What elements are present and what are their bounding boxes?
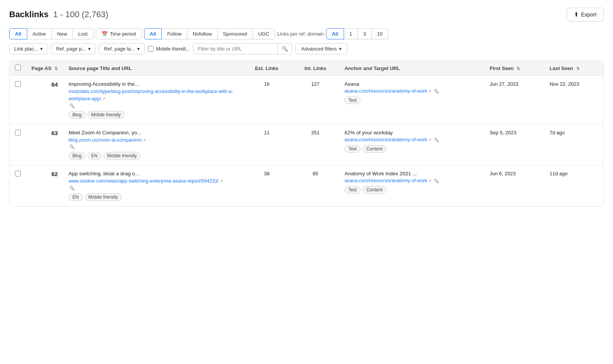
- anchor-text: Asana: [344, 81, 479, 87]
- th-first-seen: First Seen ⇅: [484, 61, 544, 76]
- th-ext-links: Ext. Links: [242, 61, 292, 76]
- anchor-search-icon[interactable]: 🔍: [434, 89, 439, 94]
- row-checkbox-1[interactable]: [15, 130, 21, 135]
- row-checkbox-0[interactable]: [15, 81, 21, 87]
- link-tab-nofollow[interactable]: Nofollow: [187, 28, 218, 39]
- search-icon: 🔍: [282, 46, 288, 52]
- export-label: Export: [581, 11, 597, 18]
- link-tab-follow[interactable]: Follow: [162, 28, 187, 39]
- search-button[interactable]: 🔍: [277, 44, 292, 54]
- ref-page-la-dropdown[interactable]: Ref. page la... ▾: [99, 43, 145, 54]
- source-tags: BlogMobile friendly: [69, 111, 236, 119]
- source-tag: Blog: [69, 152, 85, 160]
- anchor-tag: Text: [344, 186, 361, 194]
- time-period-button[interactable]: 📅 Time period: [96, 28, 142, 39]
- backlinks-table: Page AS ⇅ Source page Title and URL Ext.…: [9, 60, 604, 207]
- cell-page-as: 62: [26, 165, 63, 206]
- source-tags: BlogENMobile friendly: [69, 152, 236, 160]
- type-tab-group: All Active New Lost: [9, 28, 93, 39]
- anchor-text: 62% of your workday: [344, 130, 479, 135]
- external-link-icon[interactable]: ↗: [143, 137, 146, 144]
- source-url-link[interactable]: blog.zoom.us/zoom-ai-companion/↗: [69, 137, 236, 144]
- tab-all[interactable]: All: [9, 28, 27, 39]
- sort-icon-first-seen[interactable]: ⇅: [516, 66, 520, 71]
- mobile-friendly-checkbox[interactable]: [148, 46, 154, 52]
- cell-anchor: Anatomy of Work Index 2021 ... asana.com…: [339, 165, 484, 206]
- link-type-tab-group: All Follow Nofollow Sponsored UGC: [144, 28, 275, 39]
- source-url-link[interactable]: modolabs.com/type/blog-post/improving-ac…: [69, 88, 236, 103]
- tab-new[interactable]: New: [52, 28, 73, 39]
- link-placement-dropdown[interactable]: Link plac... ▾: [9, 43, 48, 54]
- ref-page-p-label: Ref. page p...: [56, 46, 86, 52]
- page-title: Backlinks: [9, 10, 49, 19]
- source-tag: Mobile friendly: [87, 111, 125, 119]
- anchor-tags: TextContent: [344, 186, 479, 194]
- anchor-url-link[interactable]: asana.com/resources/anatomy-of-work↗: [344, 178, 431, 183]
- select-all-checkbox[interactable]: [15, 65, 21, 70]
- link-tab-all[interactable]: All: [144, 28, 162, 39]
- sort-icon-last-seen[interactable]: ⇅: [576, 66, 580, 71]
- ref-page-p-dropdown[interactable]: Ref. page p... ▾: [51, 43, 96, 54]
- time-period-label: Time period: [110, 31, 136, 37]
- cell-page-as: 64: [26, 76, 63, 124]
- source-url-link[interactable]: www.ciodive.com/news/app-switching-enter…: [69, 178, 236, 185]
- source-search-icon[interactable]: 🔍: [69, 144, 75, 149]
- anchor-search-icon[interactable]: 🔍: [434, 178, 439, 183]
- link-tab-ugc[interactable]: UGC: [253, 28, 275, 39]
- anchor-text: Anatomy of Work Index 2021 ...: [344, 171, 479, 176]
- calendar-icon: 📅: [102, 31, 108, 37]
- cell-anchor: Asana asana.com/resources/anatomy-of-wor…: [339, 76, 484, 124]
- chevron-down-icon-4: ▾: [339, 46, 342, 52]
- links-per-3[interactable]: 3: [358, 28, 372, 39]
- anchor-external-icon[interactable]: ↗: [428, 137, 431, 142]
- cell-last-seen: Nov 22, 2023: [544, 76, 603, 124]
- cell-source: Meet Zoom AI Companion, yo... blog.zoom.…: [63, 124, 242, 165]
- links-per-all[interactable]: All: [326, 28, 344, 39]
- source-tag: Mobile friendly: [85, 193, 122, 201]
- anchor-search-icon[interactable]: 🔍: [434, 137, 439, 142]
- cell-int-links: 85: [292, 165, 339, 206]
- cell-page-as: 63: [26, 124, 63, 165]
- anchor-external-icon[interactable]: ↗: [428, 89, 431, 94]
- source-tag: EN: [87, 152, 102, 160]
- source-tags: ENMobile friendly: [69, 193, 236, 201]
- table-row: 63 Meet Zoom AI Companion, yo... blog.zo…: [10, 124, 603, 165]
- source-title: App switching, bloat a drag o...: [69, 171, 236, 176]
- anchor-url-link[interactable]: asana.com/resources/anatomy-of-work↗: [344, 88, 431, 94]
- anchor-tags: TextContent: [344, 145, 479, 153]
- th-source: Source page Title and URL: [63, 61, 242, 76]
- links-per-10[interactable]: 10: [372, 28, 388, 39]
- external-link-icon[interactable]: ↗: [220, 178, 223, 184]
- sort-icon-page-as[interactable]: ⇅: [54, 66, 58, 71]
- ref-page-la-label: Ref. page la...: [104, 46, 135, 52]
- anchor-url-link[interactable]: asana.com/resources/anatomy-of-work↗: [344, 137, 431, 142]
- source-search-icon[interactable]: 🔍: [69, 103, 75, 108]
- cell-ext-links: 38: [242, 165, 292, 206]
- advanced-filters-button[interactable]: Advanced filters ▾: [295, 43, 347, 54]
- row-checkbox-2[interactable]: [15, 171, 21, 176]
- source-search-icon[interactable]: 🔍: [69, 186, 75, 191]
- th-page-as: Page AS ⇅: [26, 61, 63, 76]
- search-box: 🔍: [193, 43, 292, 54]
- links-per-1[interactable]: 1: [344, 28, 358, 39]
- export-button[interactable]: ⬆ Export: [567, 8, 604, 21]
- tab-active[interactable]: Active: [27, 28, 52, 39]
- export-icon: ⬆: [574, 11, 579, 18]
- cell-last-seen: 7d ago: [544, 124, 603, 165]
- cell-first-seen: Jun 6, 2023: [484, 165, 544, 206]
- source-tag: Mobile friendly: [103, 152, 141, 160]
- filter-row-1: All Active New Lost 📅 Time period All Fo…: [9, 28, 604, 39]
- external-link-icon[interactable]: ↗: [102, 96, 105, 102]
- header-title-group: Backlinks 1 - 100 (2,763): [9, 10, 108, 20]
- cell-ext-links: 16: [242, 76, 292, 124]
- link-tab-sponsored[interactable]: Sponsored: [218, 28, 253, 39]
- anchor-tag: Text: [344, 145, 361, 153]
- chevron-down-icon: ▾: [40, 46, 43, 52]
- th-checkbox: [10, 61, 26, 76]
- anchor-external-icon[interactable]: ↗: [428, 178, 431, 183]
- tab-lost[interactable]: Lost: [73, 28, 93, 39]
- links-per-label: Links per ref. domain: [277, 31, 324, 37]
- source-tag: EN: [69, 193, 83, 201]
- cell-int-links: 127: [292, 76, 339, 124]
- search-input[interactable]: [193, 44, 277, 54]
